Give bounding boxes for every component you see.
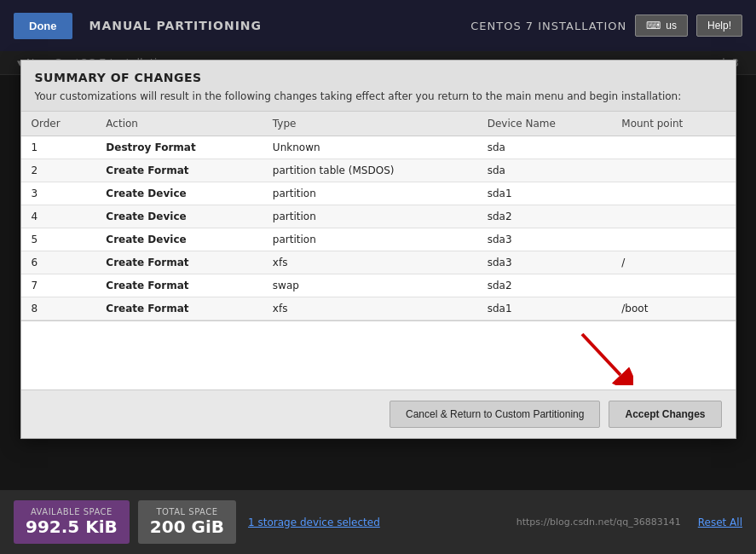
background-content: ▾ New CentOS 7 Installation sda3 SUMMARY… [0, 51, 756, 554]
cell-order: 6 [21, 251, 96, 274]
reset-all-button[interactable]: Reset All [698, 516, 742, 528]
done-button[interactable]: Done [14, 13, 72, 39]
cell-action: Create Device [95, 182, 263, 205]
arrow-area [21, 321, 736, 390]
table-row: 4 Create Device partition sda2 [21, 205, 736, 228]
cell-mount [611, 136, 735, 159]
help-button[interactable]: Help! [696, 14, 742, 37]
cell-order: 7 [21, 274, 96, 297]
accept-changes-button[interactable]: Accept Changes [609, 401, 721, 428]
cell-mount: /boot [611, 297, 735, 320]
cell-type: partition [263, 228, 477, 251]
cell-action: Create Device [95, 205, 263, 228]
cell-type: partition table (MSDOS) [263, 159, 477, 182]
modal-title: SUMMARY OF CHANGES [35, 71, 722, 84]
cell-device: sda3 [477, 228, 612, 251]
cell-order: 5 [21, 228, 96, 251]
top-bar-left: Done MANUAL PARTITIONING [14, 13, 262, 39]
page-title: MANUAL PARTITIONING [89, 19, 263, 32]
table-row: 3 Create Device partition sda1 [21, 182, 736, 205]
cell-device: sda2 [477, 205, 612, 228]
changes-table: Order Action Type Device Name Mount poin… [21, 112, 736, 320]
cell-action: Destroy Format [95, 136, 263, 159]
cell-order: 3 [21, 182, 96, 205]
available-label: AVAILABLE SPACE [31, 507, 113, 516]
bottom-bar: AVAILABLE SPACE 992.5 KiB TOTAL SPACE 20… [0, 490, 756, 554]
table-row: 7 Create Format swap sda2 [21, 274, 736, 297]
modal-header: SUMMARY OF CHANGES Your customizations w… [21, 61, 736, 112]
col-mount: Mount point [611, 112, 735, 136]
table-row: 8 Create Format xfs sda1 /boot [21, 297, 736, 320]
col-order: Order [21, 112, 96, 136]
table-row: 5 Create Device partition sda3 [21, 228, 736, 251]
cell-device: sda1 [477, 297, 612, 320]
total-value: 200 GiB [150, 516, 224, 537]
modal-overlay: SUMMARY OF CHANGES Your customizations w… [0, 51, 756, 554]
url-text: https://blog.csdn.net/qq_36883141 [517, 516, 681, 528]
keyboard-lang: us [666, 20, 677, 32]
changes-table-container: Order Action Type Device Name Mount poin… [21, 112, 736, 321]
cell-mount: / [611, 251, 735, 274]
table-header-row: Order Action Type Device Name Mount poin… [21, 112, 736, 136]
cell-type: partition [263, 182, 477, 205]
cell-type: swap [263, 274, 477, 297]
cell-action: Create Format [95, 297, 263, 320]
cell-device: sda2 [477, 274, 612, 297]
col-device: Device Name [477, 112, 612, 136]
modal-subtitle: Your customizations will result in the f… [35, 89, 722, 104]
cell-mount [611, 228, 735, 251]
col-action: Action [95, 112, 263, 136]
cell-type: Unknown [263, 136, 477, 159]
cell-type: partition [263, 205, 477, 228]
cell-action: Create Device [95, 228, 263, 251]
col-type: Type [263, 112, 477, 136]
cell-device: sda3 [477, 251, 612, 274]
cell-order: 8 [21, 297, 96, 320]
cell-mount [611, 205, 735, 228]
available-space-box: AVAILABLE SPACE 992.5 KiB [14, 500, 130, 544]
cell-mount [611, 274, 735, 297]
summary-dialog: SUMMARY OF CHANGES Your customizations w… [20, 60, 736, 439]
table-row: 1 Destroy Format Unknown sda [21, 136, 736, 159]
cell-action: Create Format [95, 274, 263, 297]
accept-arrow-icon [574, 326, 633, 385]
cell-type: xfs [263, 251, 477, 274]
storage-device-link[interactable]: 1 storage device selected [248, 516, 380, 528]
cell-device: sda [477, 136, 612, 159]
cancel-button[interactable]: Cancel & Return to Custom Partitioning [390, 401, 600, 428]
svg-line-1 [582, 334, 620, 375]
total-label: TOTAL SPACE [156, 507, 217, 516]
cell-order: 2 [21, 159, 96, 182]
keyboard-icon: ⌨ [646, 20, 661, 32]
cell-type: xfs [263, 297, 477, 320]
centos-title: CENTOS 7 INSTALLATION [470, 20, 626, 32]
total-space-box: TOTAL SPACE 200 GiB [138, 500, 236, 544]
cell-mount [611, 159, 735, 182]
available-value: 992.5 KiB [26, 516, 118, 537]
top-bar: Done MANUAL PARTITIONING CENTOS 7 INSTAL… [0, 0, 756, 51]
cell-action: Create Format [95, 159, 263, 182]
cell-device: sda1 [477, 182, 612, 205]
modal-footer: Cancel & Return to Custom Partitioning A… [21, 390, 736, 438]
table-row: 6 Create Format xfs sda3 / [21, 251, 736, 274]
cell-device: sda [477, 159, 612, 182]
keyboard-button[interactable]: ⌨ us [635, 14, 688, 37]
top-bar-right: CENTOS 7 INSTALLATION ⌨ us Help! [470, 14, 742, 37]
table-row: 2 Create Format partition table (MSDOS) … [21, 159, 736, 182]
cell-order: 1 [21, 136, 96, 159]
cell-order: 4 [21, 205, 96, 228]
cell-mount [611, 182, 735, 205]
cell-action: Create Format [95, 251, 263, 274]
